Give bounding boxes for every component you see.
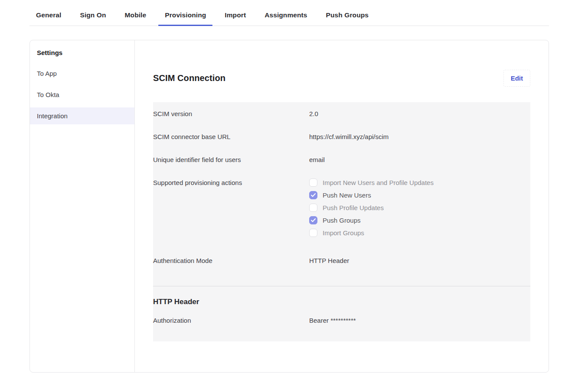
checkbox-import-groups[interactable]: Import Groups — [309, 229, 434, 237]
tab-sign-on[interactable]: Sign On — [73, 6, 112, 26]
sidebar-item-to-app[interactable]: To App — [30, 65, 134, 82]
checkbox-push-profile-updates[interactable]: Push Profile Updates — [309, 204, 434, 212]
field-row-authorization: Authorization Bearer ********** — [153, 309, 530, 332]
scim-settings-readout: SCIM version 2.0 SCIM connector base URL… — [153, 102, 530, 341]
edit-button[interactable]: Edit — [503, 70, 530, 87]
checkbox-label: Push New Users — [323, 191, 371, 199]
section-header: SCIM Connection Edit — [153, 70, 530, 87]
checkbox-label: Import New Users and Profile Updates — [323, 179, 434, 186]
checkbox-label: Import Groups — [323, 229, 364, 237]
field-value: Bearer ********** — [309, 317, 356, 324]
http-header-subtitle: HTTP Header — [153, 286, 530, 309]
tab-assignments[interactable]: Assignments — [258, 6, 314, 26]
app-tabbar: General Sign On Mobile Provisioning Impo… — [29, 6, 549, 26]
checkbox-unchecked-icon[interactable] — [309, 204, 317, 212]
field-label: SCIM connector base URL — [153, 133, 309, 140]
field-label: Supported provisioning actions — [153, 179, 309, 237]
field-row-unique-identifier: Unique identifier field for users email — [153, 148, 530, 171]
tab-push-groups[interactable]: Push Groups — [320, 6, 375, 26]
field-label: Authentication Mode — [153, 257, 309, 264]
checkbox-label: Push Profile Updates — [323, 204, 384, 211]
provisioning-actions-options: Import New Users and Profile Updates Pus… — [309, 178, 434, 237]
field-row-base-url: SCIM connector base URL https://cf.wimil… — [153, 125, 530, 148]
field-value: 2.0 — [309, 110, 318, 117]
section-title: SCIM Connection — [153, 73, 225, 83]
checkbox-unchecked-icon[interactable] — [309, 178, 317, 187]
scim-connection-section: SCIM Connection Edit SCIM version 2.0 SC… — [135, 40, 549, 372]
tab-general[interactable]: General — [29, 6, 68, 26]
app-page: General Sign On Mobile Provisioning Impo… — [29, 6, 549, 373]
field-value: https://cf.wimill.xyz/api/scim — [309, 133, 389, 140]
checkbox-push-new-users[interactable]: Push New Users — [309, 191, 434, 199]
checkbox-import-new-users[interactable]: Import New Users and Profile Updates — [309, 178, 434, 187]
provisioning-panel: Settings To App To Okta Integration SCIM… — [29, 40, 549, 373]
checkbox-checked-icon[interactable] — [309, 216, 317, 224]
settings-sidebar: Settings To App To Okta Integration — [30, 40, 135, 372]
checkbox-checked-icon[interactable] — [309, 191, 317, 199]
field-row-authentication-mode: Authentication Mode HTTP Header — [153, 245, 530, 276]
sidebar-header: Settings — [30, 43, 134, 61]
field-label: Authorization — [153, 317, 309, 324]
section-bottom-padding — [153, 332, 530, 341]
tab-provisioning[interactable]: Provisioning — [158, 6, 212, 26]
field-value: HTTP Header — [309, 257, 349, 264]
tab-import[interactable]: Import — [218, 6, 252, 26]
field-label: Unique identifier field for users — [153, 156, 309, 163]
field-row-scim-version: SCIM version 2.0 — [153, 102, 530, 125]
sidebar-item-integration[interactable]: Integration — [30, 107, 134, 124]
field-label: SCIM version — [153, 110, 309, 117]
checkbox-push-groups[interactable]: Push Groups — [309, 216, 434, 224]
checkbox-unchecked-icon[interactable] — [309, 229, 317, 237]
checkbox-label: Push Groups — [323, 217, 361, 224]
sidebar-item-to-okta[interactable]: To Okta — [30, 86, 134, 103]
field-row-provisioning-actions: Supported provisioning actions Import Ne… — [153, 171, 530, 245]
tab-mobile[interactable]: Mobile — [118, 6, 153, 26]
field-value: email — [309, 156, 325, 163]
